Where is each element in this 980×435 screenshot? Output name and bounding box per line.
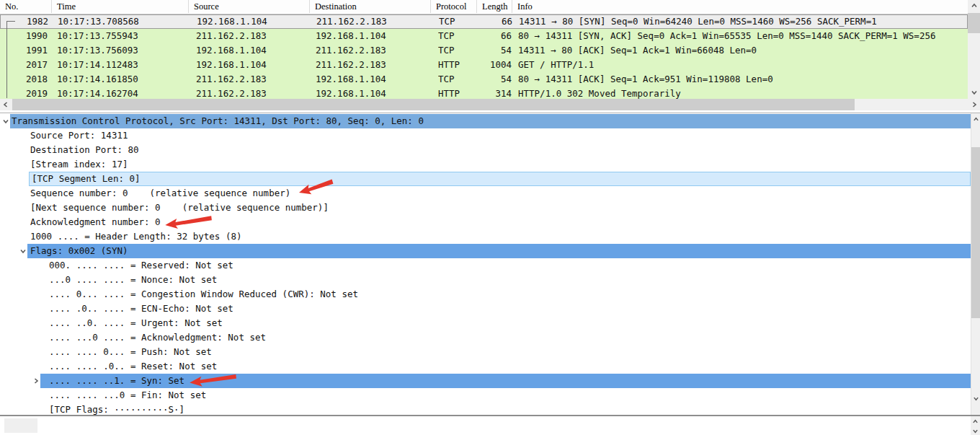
- conversation-bracket-tick: [6, 21, 15, 22]
- detail-row-nonce[interactable]: ...0 .... .... = Nonce: Not set: [0, 273, 971, 287]
- packet-list-hscrollbar[interactable]: [0, 99, 980, 110]
- chevron-left-icon: [2, 101, 9, 108]
- scroll-left-button[interactable]: [0, 99, 12, 110]
- chevron-right-icon: [971, 101, 978, 108]
- detail-row-push[interactable]: .... .... 0... = Push: Not set: [0, 345, 971, 359]
- detail-row-header-length[interactable]: 1000 .... = Header Length: 32 bytes (8): [0, 229, 971, 244]
- packet-details-pane: Transmission Control Protocol, Src Port:…: [0, 113, 980, 416]
- expander-right-icon[interactable]: [32, 377, 40, 385]
- packet-row-2017[interactable]: 2017 10:17:14.112483 192.168.1.104 211.1…: [0, 58, 968, 72]
- detail-row-tcp-flags-summary[interactable]: [TCP Flags: ··········S·]: [0, 403, 971, 416]
- column-header-length[interactable]: Length: [477, 0, 512, 13]
- detail-row-destination-port[interactable]: Destination Port: 80: [0, 143, 971, 157]
- column-header-protocol[interactable]: Protocol: [431, 0, 477, 13]
- detail-row-cwr[interactable]: .... 0... .... = Congestion Window Reduc…: [0, 287, 971, 302]
- detail-row-syn[interactable]: .... .... ..1. = Syn: Set: [0, 374, 971, 388]
- detail-row-reset[interactable]: .... .... .0.. = Reset: Not set: [0, 359, 971, 374]
- conversation-bracket-line: [6, 21, 7, 98]
- chevron-down-icon: [972, 428, 979, 434]
- detail-row-flags[interactable]: Flags: 0x002 (SYN): [0, 244, 971, 258]
- field-highlight: [29, 172, 971, 186]
- scroll-up-button[interactable]: [971, 417, 980, 426]
- detail-row-acknowledgment-number[interactable]: Acknowledgment number: 0: [0, 215, 971, 229]
- hscroll-thumb[interactable]: [12, 99, 855, 110]
- expander-down-icon[interactable]: [2, 118, 9, 125]
- scroll-up-button[interactable]: [968, 0, 980, 12]
- vscroll-thumb[interactable]: [968, 13, 980, 33]
- scroll-down-button[interactable]: [968, 87, 980, 98]
- detail-row-stream-index[interactable]: [Stream index: 17]: [0, 157, 971, 172]
- detail-row-urgent[interactable]: .... ..0. .... = Urgent: Not set: [0, 316, 971, 330]
- offset-band: [4, 418, 37, 433]
- scroll-down-button[interactable]: [971, 426, 980, 435]
- details-vscrollbar[interactable]: [971, 113, 980, 416]
- chevron-down-icon: [973, 395, 979, 402]
- packet-row-2018[interactable]: 2018 10:17:14.161850 211.162.2.183 192.1…: [0, 72, 968, 87]
- column-header-destination[interactable]: Destination: [310, 0, 431, 13]
- detail-row-segment-len[interactable]: [TCP Segment Len: 0]: [0, 172, 971, 186]
- chevron-up-icon: [971, 2, 978, 9]
- bytes-vscrollbar[interactable]: [971, 416, 980, 435]
- packet-list-pane: No. Time Source Destination Protocol Len…: [0, 0, 980, 110]
- packet-list-header: No. Time Source Destination Protocol Len…: [0, 0, 968, 14]
- packet-row-1982[interactable]: 1982 10:17:13.708568 192.168.1.104 211.1…: [0, 14, 968, 29]
- detail-row-tcp[interactable]: Transmission Control Protocol, Src Port:…: [0, 114, 971, 128]
- detail-row-source-port[interactable]: Source Port: 14311: [0, 128, 971, 143]
- chevron-up-icon: [972, 418, 979, 425]
- chevron-up-icon: [973, 116, 979, 123]
- detail-row-acknowledgment-flag[interactable]: .... ...0 .... = Acknowledgment: Not set: [0, 330, 971, 345]
- column-header-no[interactable]: No.: [0, 0, 52, 13]
- packet-row-1990[interactable]: 1990 10:17:13.755943 211.162.2.183 192.1…: [0, 29, 968, 43]
- packet-bytes-pane: 0020 02 b7 37 e7 00 50 00 8f ca 36 00 00…: [0, 415, 980, 435]
- expander-down-icon[interactable]: [19, 247, 27, 255]
- vscroll-thumb[interactable]: [971, 147, 980, 318]
- packet-row-2019[interactable]: 2019 10:17:14.162704 211.162.2.183 192.1…: [0, 87, 968, 99]
- scroll-down-button[interactable]: [971, 394, 980, 403]
- selection-highlight: [27, 244, 971, 258]
- detail-row-sequence-number[interactable]: Sequence number: 0 (relative sequence nu…: [0, 186, 971, 201]
- column-header-source[interactable]: Source: [189, 0, 310, 13]
- scroll-right-button[interactable]: [968, 99, 980, 110]
- column-header-info[interactable]: Info: [512, 0, 968, 13]
- packet-row-1991[interactable]: 1991 10:17:13.756093 192.168.1.104 211.1…: [0, 43, 968, 58]
- wireshark-window: No. Time Source Destination Protocol Len…: [0, 0, 980, 435]
- scroll-up-button[interactable]: [971, 115, 980, 124]
- detail-row-ecn-echo[interactable]: .... .0.. .... = ECN-Echo: Not set: [0, 302, 971, 316]
- packet-list-vscrollbar[interactable]: [968, 0, 980, 99]
- hex-row: 0020 02 b7 37 e7 00 50 00 8f ca 36 00 00…: [0, 418, 971, 433]
- detail-row-next-sequence-number[interactable]: [Next sequence number: 0 (relative seque…: [0, 201, 971, 215]
- detail-row-reserved[interactable]: 000. .... .... = Reserved: Not set: [0, 258, 971, 273]
- detail-row-fin[interactable]: .... .... ...0 = Fin: Not set: [0, 388, 971, 403]
- chevron-down-icon: [971, 89, 978, 96]
- column-header-time[interactable]: Time: [52, 0, 189, 13]
